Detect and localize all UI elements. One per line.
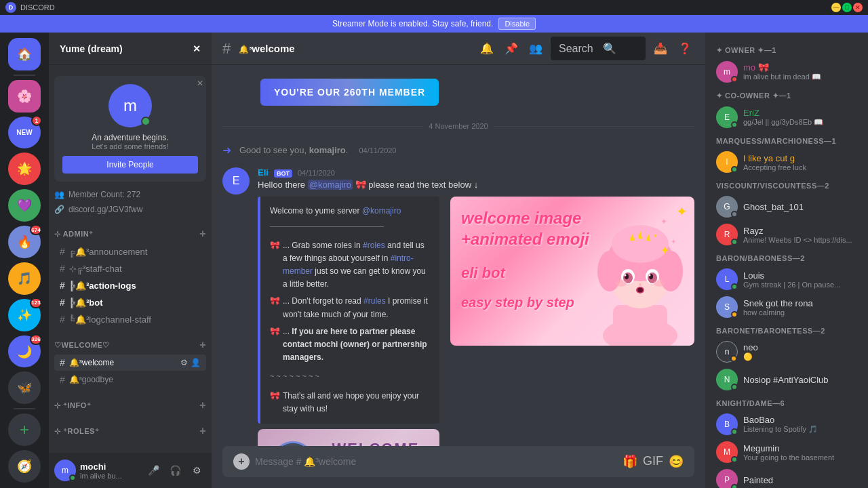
member-section-marquess: MARQUESS/MARCHIONESS—1	[705, 131, 868, 148]
mention-komajiro: @komajiro	[308, 180, 353, 190]
member-item-neo[interactable]: n neo 🟡	[711, 338, 863, 365]
server-sidebar: 🏠 🌸 NEW 1 🌟 💜 🔥674 🎵 ✨123 🌙326 🦋 + 🧭	[0, 33, 49, 488]
system-message-time: 04/11/2020	[359, 146, 396, 155]
add-channel-register-button[interactable]: +	[199, 451, 206, 453]
members-icon[interactable]: 👥	[526, 39, 545, 58]
invite-people-button[interactable]: Invite People	[62, 156, 198, 174]
pin-icon[interactable]: 📌	[502, 39, 521, 58]
maximize-button[interactable]: □	[842, 3, 852, 12]
channel-item-announcement[interactable]: # ╔🔔³announcement	[54, 243, 206, 260]
embed-welcome-text: Welcome to yume server @komajiro ———————…	[270, 205, 430, 415]
member-item-snek[interactable]: S Snek got the rona how calming	[711, 293, 863, 321]
member-avatar-ghost-bat: G	[716, 196, 738, 218]
help-icon[interactable]: ❓	[675, 39, 694, 58]
member-section-viscount: VISCOUNT/VISCOUNTESS—2	[705, 176, 868, 192]
member-count-row: 👥Member Count: 272	[49, 187, 212, 202]
emoji-button[interactable]: 😊	[669, 454, 684, 469]
channel-item-staff-chat[interactable]: # ⊹╔³staff-chat	[54, 260, 206, 277]
member-status-idle	[731, 311, 738, 318]
member-item-painted[interactable]: P Painted	[711, 466, 863, 488]
server-icon-6[interactable]: 🎵	[8, 262, 41, 295]
channel-notifications-icon[interactable]: 👤	[191, 358, 201, 367]
close-user-card-button[interactable]: ✕	[197, 79, 203, 88]
add-channel-admin-button[interactable]: +	[199, 228, 206, 240]
member-list: ✦ OWNER ✦—1 m mo 🎀 im alive but im dead …	[705, 33, 868, 488]
inbox-icon[interactable]: 📥	[651, 39, 670, 58]
settings-button[interactable]: ⚙	[187, 461, 206, 480]
member-name-mo: mo 🎀	[743, 62, 857, 73]
member-avatar-louis: L	[716, 268, 738, 290]
member-activity-snek: how calming	[743, 308, 857, 317]
member-section-baronet: BARONET/BARONETESS—2	[705, 321, 868, 338]
message-input-icons: 🎁 GIF 😊	[623, 454, 684, 469]
messages-area[interactable]: YOU'RE OUR 260TH MEMBER 4 November 2020 …	[212, 65, 705, 446]
server-icon-home[interactable]: 🏠	[8, 38, 41, 70]
bot-badge: BOT	[274, 169, 292, 178]
mic-button[interactable]: 🎤	[144, 461, 163, 480]
member-info-ghost-bat: Ghost_bat_101	[743, 202, 857, 212]
notifications-icon[interactable]: 🔔	[477, 39, 496, 58]
member-activity-louis: Gym streak | 26 | On pause...	[743, 281, 857, 289]
member-item-nosiop[interactable]: N Nosiop #AntiYaoiClub	[711, 366, 863, 393]
svg-point-22	[616, 280, 627, 287]
category-register[interactable]: ⊹ ⁺REGISTER⁺ +	[49, 440, 212, 453]
category-roles[interactable]: ⊹ ⁺ROLES⁺ +	[49, 414, 212, 440]
member-activity-neo: 🟡	[743, 352, 857, 361]
member-item-ilike[interactable]: I I like ya cut g Accepting free luck	[711, 148, 863, 176]
disable-streamer-mode-button[interactable]: Disable	[498, 18, 536, 30]
channel-settings-icon[interactable]: ⚙	[180, 358, 188, 367]
user-name: mochi	[80, 462, 140, 472]
attach-file-button[interactable]: +	[233, 453, 250, 470]
channel-name-goodbye: 🔔³goodbye	[69, 375, 113, 384]
add-channel-roles-button[interactable]: +	[199, 425, 206, 437]
member-item-ghost-bat[interactable]: G Ghost_bat_101	[711, 193, 863, 220]
channel-item-welcome[interactable]: # 🔔³welcome ⚙ 👤	[54, 354, 206, 371]
channel-sidebar: Yume (dream) ✕ ✕ m An adventure begins. …	[49, 33, 212, 488]
search-box[interactable]: Search 🔍	[551, 37, 646, 60]
member-item-mo[interactable]: m mo 🎀 im alive but im dead 📖	[711, 58, 863, 85]
headphone-button[interactable]: 🎧	[165, 461, 184, 480]
channel-item-bot[interactable]: # ╠🔔³bot	[54, 294, 206, 310]
member-info-neo: neo 🟡	[743, 342, 857, 361]
member-name-ilike: I like ya cut g	[743, 153, 857, 163]
add-channel-info-button[interactable]: +	[199, 399, 206, 411]
server-name-bar[interactable]: Yume (dream) ✕	[49, 33, 212, 65]
discord-link-row[interactable]: 🔗discord.gg/JGV3fww	[49, 202, 212, 217]
close-button[interactable]: ✕	[853, 3, 863, 12]
server-icon-3[interactable]: 🌟	[8, 152, 41, 185]
message-input-field[interactable]	[255, 456, 617, 467]
sparkle-icon: ✦	[676, 203, 688, 220]
channel-item-action-logs[interactable]: # ╠🔔³action-logs	[54, 277, 206, 293]
member-item-megumin[interactable]: M Megumin Your going to the basement	[711, 439, 863, 466]
welcome-text-block: WELCOME KOMAJIRO#3970 YOU'RE OUR 261ST M…	[326, 440, 426, 446]
server-icon-yume[interactable]: 🌸	[8, 80, 41, 113]
category-info[interactable]: ⊹ ⁺INFO⁺ +	[49, 388, 212, 414]
member-item-rayz[interactable]: R Rayz Anime! Weebs ID <> https://dis...	[711, 221, 863, 248]
message-group-eli-bot: E Eli BOT 04/11/2020 Helloo there @komaj…	[212, 165, 705, 446]
member-item-eriz[interactable]: E EriZ gg/Jel || gg/3yDs8Eb 📖	[711, 104, 863, 131]
minimize-button[interactable]: —	[831, 3, 841, 12]
member-item-louis[interactable]: L Louis Gym streak | 26 | On pause...	[711, 266, 863, 293]
server-icon-9[interactable]: 🦋	[8, 371, 41, 404]
category-admin[interactable]: ⊹ ADMIN⁺ +	[49, 217, 212, 243]
add-server-button[interactable]: +	[8, 413, 41, 446]
welcome-banner-top-container: YOU'RE OUR 260TH MEMBER	[212, 76, 705, 111]
user-card-avatar: m	[108, 84, 152, 127]
member-name-eriz: EriZ	[743, 108, 857, 118]
server-icon-7[interactable]: ✨123	[8, 299, 41, 331]
server-icon-8[interactable]: 🌙326	[8, 336, 41, 368]
channel-item-logchannel-staff[interactable]: # ╚🔔³logchannel-staff	[54, 311, 206, 327]
gif-button[interactable]: GIF	[643, 454, 663, 469]
add-channel-welcome-button[interactable]: +	[199, 339, 206, 351]
gift-button[interactable]: 🎁	[623, 454, 637, 469]
channel-item-goodbye[interactable]: # 🔔³goodbye	[54, 371, 206, 388]
explore-servers-button[interactable]: 🧭	[8, 450, 41, 483]
server-icon-5[interactable]: 🔥674	[8, 226, 41, 258]
member-item-baobao[interactable]: B BaoBao Listening to Spotify 🎵	[711, 411, 863, 438]
member-activity-baobao: Listening to Spotify 🎵	[743, 425, 857, 434]
search-text: Search	[556, 40, 596, 58]
system-message-welcome: ➜ Good to see you, komajiro. 04/11/2020	[212, 141, 705, 159]
category-welcome[interactable]: ♡WELCOME♡ +	[49, 328, 212, 354]
server-icon-4[interactable]: 💜	[8, 189, 41, 222]
server-icon-2[interactable]: NEW 1	[8, 117, 41, 149]
